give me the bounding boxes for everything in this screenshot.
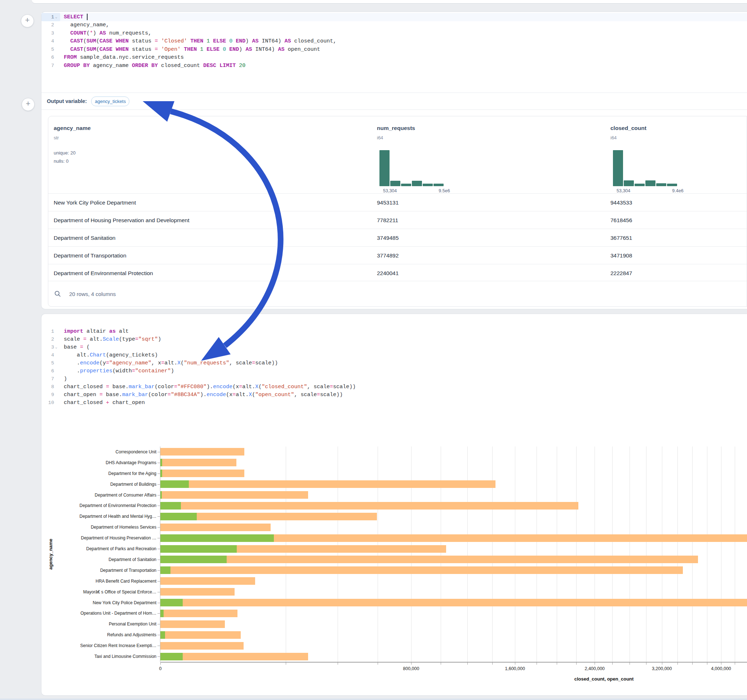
y-axis-line — [160, 447, 160, 662]
column-histlab: 9.5e6 — [439, 188, 450, 193]
open-count-bar — [160, 469, 162, 477]
code-text: base = ( — [60, 344, 90, 350]
line-number: 3 — [51, 345, 54, 350]
y-tick — [157, 603, 160, 603]
code-line: 5 CAST(SUM(CASE WHEN status = 'Open' THE… — [41, 45, 747, 54]
add-cell-button-middle[interactable]: + — [22, 98, 35, 111]
gridline — [612, 447, 612, 662]
column-histlab: 53,304 — [617, 188, 630, 193]
fold-chevron-icon[interactable]: ⌄ — [54, 15, 58, 19]
y-category-label: Department of Health and Mental Hyg… — [57, 514, 156, 519]
next-cell-edge — [0, 698, 747, 700]
closed-count-bar — [160, 502, 578, 510]
closed-count-bar — [160, 577, 255, 585]
histogram-bar — [380, 150, 390, 186]
x-tick — [707, 662, 708, 665]
column-colname[interactable]: closed_count — [611, 125, 646, 131]
sql-editor[interactable]: 1⌄SELECT 2 agency_name,3 COUNT(*) AS num… — [41, 13, 747, 70]
y-tick — [157, 560, 160, 560]
x-tick-label: 800,000 — [403, 666, 419, 671]
gridline — [467, 447, 468, 662]
y-tick — [157, 484, 160, 485]
code-text: COUNT(*) AS num_requests, — [60, 30, 151, 36]
output-variable-value: agency_tickets — [95, 99, 126, 104]
column-colstat: nulls: 0 — [54, 158, 68, 164]
x-tick-label: 4,000,000 — [711, 666, 731, 671]
line-number: 1 — [51, 329, 54, 334]
line-number: 5 — [51, 47, 54, 52]
x-tick — [576, 662, 576, 665]
table-cell: 7618456 — [611, 217, 632, 223]
open-count-bar — [160, 653, 183, 661]
code-text: CAST(SUM(CASE WHEN status = 'Closed' THE… — [60, 38, 336, 44]
x-tick — [662, 662, 662, 665]
code-text: agency_name, — [60, 22, 109, 28]
y-category-label: Taxi and Limousine Commission — [57, 654, 156, 659]
open-count-bar — [160, 609, 163, 617]
x-axis-line — [160, 662, 747, 662]
x-tick — [537, 662, 537, 665]
gridline — [677, 447, 678, 662]
x-tick — [338, 662, 338, 665]
code-line: 1import altair as alt — [41, 327, 747, 335]
code-line: 9chart_open = base.mark_bar(color="#8BC3… — [41, 391, 747, 399]
x-tick — [160, 662, 161, 665]
closed-count-bar — [160, 448, 244, 456]
y-category-label: DHS Advantage Programs — [57, 460, 156, 465]
y-tick — [157, 646, 160, 646]
closed-count-bar — [160, 599, 747, 606]
table-row-count: 20 rows, 4 columns — [69, 291, 116, 297]
x-tick — [286, 662, 286, 665]
y-category-label: Department of Environmental Protection — [57, 503, 156, 508]
code-text: CAST(SUM(CASE WHEN status = 'Open' THEN … — [60, 47, 320, 53]
table-row[interactable]: New York City Police Department945313194… — [48, 193, 747, 211]
line-number: 6 — [51, 55, 54, 60]
table-cell: 3677651 — [611, 235, 632, 241]
open-count-bar — [160, 502, 181, 510]
line-number: 7 — [51, 63, 54, 68]
y-tick — [157, 463, 160, 463]
x-tick — [692, 662, 693, 665]
closed-count-bar — [160, 566, 683, 574]
table-cell: Department of Sanitation — [54, 235, 115, 241]
open-count-bar — [160, 599, 183, 606]
table-row[interactable]: Department of Housing Preservation and D… — [48, 211, 747, 229]
gridline — [557, 447, 557, 662]
code-text: import altair as alt — [60, 328, 129, 335]
add-cell-button-top[interactable]: + — [21, 14, 34, 27]
histogram-bar — [412, 181, 422, 186]
python-editor[interactable]: 1import altair as alt2scale = alt.Scale(… — [41, 327, 747, 407]
open-count-bar — [160, 534, 274, 542]
x-tick-label: 3,200,000 — [652, 666, 672, 671]
line-number: 3 — [51, 31, 54, 36]
x-axis-title: closed_count, open_count — [575, 676, 634, 682]
table-row[interactable]: Department of Transportation377489234719… — [48, 246, 747, 264]
gridline — [378, 447, 378, 662]
search-icon[interactable] — [54, 290, 61, 297]
column-histlab: 53,304 — [383, 188, 397, 193]
text-cursor — [87, 14, 88, 20]
table-row[interactable]: Department of Sanitation37494853677651 — [48, 229, 747, 247]
table-row[interactable]: Department of Environmental Protection22… — [48, 264, 747, 282]
gridline — [411, 447, 411, 662]
closed-count-bar — [160, 459, 236, 466]
x-tick — [735, 662, 735, 665]
code-text: .encode(y="agency_name", x=alt.X("num_re… — [60, 360, 278, 366]
y-category-label: Department of Parks and Recreation — [57, 546, 156, 551]
open-count-bar — [160, 491, 162, 499]
y-tick — [157, 495, 160, 495]
column-colname[interactable]: agency_name — [54, 125, 91, 131]
y-tick — [157, 581, 160, 582]
open-count-bar — [160, 631, 165, 639]
output-variable-pill[interactable]: agency_tickets — [91, 97, 129, 106]
line-number: 9 — [51, 392, 54, 398]
code-line: 2 agency_name, — [41, 21, 747, 30]
fold-chevron-icon[interactable]: ⌄ — [54, 345, 58, 349]
code-line: 4 CAST(SUM(CASE WHEN status = 'Closed' T… — [41, 38, 747, 46]
column-colname[interactable]: num_requests — [377, 125, 415, 131]
y-tick — [157, 549, 160, 549]
y-category-label: HRA Benefit Card Replacement — [57, 579, 156, 584]
histogram-bar — [624, 180, 634, 186]
gridline — [286, 447, 286, 662]
y-category-label: New York City Police Department — [57, 600, 156, 605]
